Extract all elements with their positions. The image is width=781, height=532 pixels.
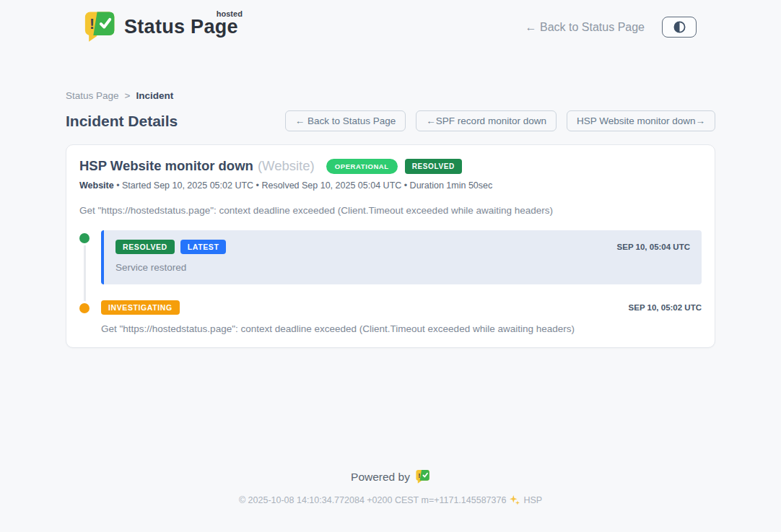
incident-title-row: HSP Website monitor down (Website) OPERA… — [79, 158, 702, 174]
copyright-text: © 2025-10-08 14:10:34.772084 +0200 CEST … — [239, 495, 507, 505]
resolved-badge: RESOLVED — [405, 159, 462, 174]
brand-name: Status Page — [124, 16, 238, 38]
timeline-message: Get "https://hostedstatus.page": context… — [101, 323, 702, 334]
svg-text:!: ! — [418, 471, 420, 479]
header: ! Status Page hosted ← Back to Status Pa… — [66, 0, 715, 44]
statuspage-bubble-logo-icon: ! — [84, 10, 116, 44]
timeline-dot-orange — [79, 303, 90, 313]
timeline-message: Service restored — [115, 262, 690, 273]
brand-superscript: hosted — [217, 9, 243, 18]
timeline-item-investigating: INVESTIGATING SEP 10, 05:02 UTC Get "htt… — [79, 300, 702, 334]
timeline-dot-green — [79, 233, 90, 243]
page-title: Incident Details — [66, 113, 178, 130]
timeline-highlight-box: RESOLVED LATEST SEP 10, 05:04 UTC Servic… — [101, 230, 702, 284]
title-row: Incident Details ← Back to Status Page ←… — [66, 110, 715, 131]
prev-incident-button[interactable]: ←SPF record monitor down — [416, 110, 557, 131]
header-right: ← Back to Status Page — [525, 17, 697, 38]
timeline-item-content: RESOLVED LATEST SEP 10, 05:04 UTC Servic… — [101, 230, 702, 284]
incident-component: (Website) — [258, 158, 315, 174]
powered-by-label: Powered by — [351, 471, 410, 484]
incident-meta: Website • Started Sep 10, 2025 05:02 UTC… — [79, 180, 702, 191]
header-back-link[interactable]: ← Back to Status Page — [525, 21, 645, 34]
incident-nav-buttons: ← Back to Status Page ←SPF record monito… — [285, 110, 715, 131]
incident-card: HSP Website monitor down (Website) OPERA… — [66, 144, 715, 348]
timeline-timestamp: SEP 10, 05:02 UTC — [629, 303, 702, 312]
timeline-item-head: INVESTIGATING SEP 10, 05:02 UTC — [101, 300, 702, 315]
main-content: Status Page > Incident Incident Details … — [66, 90, 715, 505]
incident-meta-times: • Started Sep 10, 2025 05:02 UTC • Resol… — [116, 180, 492, 191]
timeline-investigating-badge: INVESTIGATING — [101, 300, 180, 315]
brand[interactable]: ! Status Page hosted — [84, 10, 238, 44]
timeline-timestamp: SEP 10, 05:04 UTC — [617, 243, 690, 251]
breadcrumb-separator: > — [125, 90, 131, 101]
back-to-status-page-button[interactable]: ← Back to Status Page — [285, 110, 406, 131]
timeline-item-head: RESOLVED LATEST SEP 10, 05:04 UTC — [115, 240, 690, 254]
breadcrumb-status-page[interactable]: Status Page — [66, 90, 119, 101]
timeline-latest-badge: LATEST — [180, 240, 227, 254]
sparkles-emoji-icon — [510, 495, 520, 505]
powered-by: Powered by ! — [66, 469, 715, 484]
timeline-item-resolved: RESOLVED LATEST SEP 10, 05:04 UTC Servic… — [79, 230, 702, 284]
incident-meta-component: Website — [79, 180, 114, 191]
timeline-item-content: INVESTIGATING SEP 10, 05:02 UTC Get "htt… — [101, 300, 702, 334]
incident-description: Get "https://hostedstatus.page": context… — [79, 205, 702, 216]
contrast-half-circle-icon — [673, 20, 686, 34]
breadcrumb-incident: Incident — [136, 90, 173, 101]
status-page-app: ! Status Page hosted ← Back to Status Pa… — [0, 0, 781, 532]
timeline-badges: INVESTIGATING — [101, 300, 180, 315]
theme-toggle-button[interactable] — [662, 17, 697, 38]
copyright-line: © 2025-10-08 14:10:34.772084 +0200 CEST … — [66, 495, 715, 505]
footer: Powered by ! © 2025-10-08 14:10:34.77208… — [66, 469, 715, 505]
timeline-resolved-badge: RESOLVED — [115, 240, 175, 254]
timeline-badges: RESOLVED LATEST — [115, 240, 226, 254]
incident-title: HSP Website monitor down — [79, 158, 253, 174]
copyright-brand: HSP — [523, 495, 542, 505]
incident-timeline: RESOLVED LATEST SEP 10, 05:04 UTC Servic… — [79, 230, 702, 334]
next-incident-button[interactable]: HSP Website monitor down→ — [567, 110, 715, 131]
breadcrumb: Status Page > Incident — [66, 90, 715, 101]
svg-text:!: ! — [90, 15, 95, 32]
statuspage-bubble-logo-icon: ! — [416, 469, 430, 484]
operational-badge: OPERATIONAL — [326, 159, 398, 174]
brand-text: Status Page hosted — [124, 16, 238, 38]
